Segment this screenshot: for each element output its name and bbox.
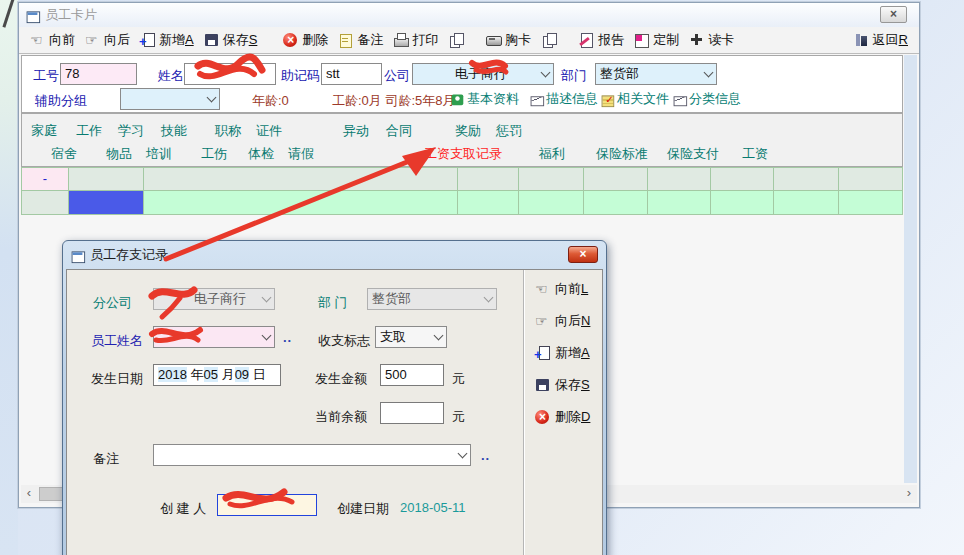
grid-cell[interactable] (69, 167, 144, 191)
vertical-scrollbar[interactable] (904, 55, 917, 483)
return-button[interactable]: 返回R (851, 30, 911, 50)
tab-credential[interactable]: 证件 (256, 122, 282, 140)
new-button[interactable]: 新增A (137, 30, 197, 50)
tab-insurance-pay[interactable]: 保险支付 (667, 145, 719, 163)
tab-skill[interactable]: 技能 (161, 122, 187, 140)
grid-cell[interactable] (458, 191, 519, 215)
dialog-save-button[interactable]: 保存S (535, 376, 590, 394)
flag-combo[interactable]: 支取 (375, 326, 447, 348)
basic-info-link[interactable]: 基本资料 (450, 90, 519, 108)
emp-name-lookup-button[interactable]: .. (283, 330, 292, 345)
description-info-link[interactable]: 描述信息 (529, 90, 598, 108)
report-button[interactable]: 报告 (576, 30, 627, 50)
classification-info-link[interactable]: 分类信息 (672, 90, 741, 108)
scroll-left-icon[interactable]: ‹ (21, 485, 37, 503)
mnemonic-field[interactable]: stt (321, 63, 382, 85)
related-files-link[interactable]: 相关文件 (600, 90, 669, 108)
tab-penalty[interactable]: 惩罚 (496, 122, 522, 140)
company-combo[interactable]: 电子商行 (412, 63, 554, 85)
grid-cell[interactable] (144, 191, 458, 215)
tab-checkup[interactable]: 体检 (248, 145, 274, 163)
emp-name-combo[interactable] (153, 326, 275, 348)
grid-cell[interactable] (839, 191, 903, 215)
grid-cell-selected[interactable] (69, 191, 144, 215)
tab-training[interactable]: 培训 (146, 145, 172, 163)
grid-cell[interactable] (458, 167, 519, 191)
amount-label: 发生金额 (315, 370, 367, 388)
grid-cell[interactable] (774, 191, 839, 215)
tab-welfare[interactable]: 福利 (539, 145, 565, 163)
chevron-down-icon[interactable] (700, 64, 716, 84)
balance-field[interactable] (380, 402, 444, 424)
date-field[interactable]: 2018 年05 月09 日 (153, 364, 281, 386)
tab-salary[interactable]: 工资 (742, 145, 768, 163)
chevron-down-icon[interactable] (454, 445, 470, 465)
aux-group-combo[interactable] (120, 88, 220, 110)
dialog-forward-button[interactable]: 向前L (535, 280, 588, 298)
balance-unit: 元 (452, 408, 465, 426)
chevron-down-icon[interactable] (203, 89, 219, 109)
tab-leave[interactable]: 请假 (288, 145, 314, 163)
grid-cell[interactable] (21, 191, 69, 215)
read-card-button[interactable]: 读卡 (686, 30, 737, 50)
emp-name-label: 员工姓名 (91, 332, 143, 350)
scroll-right-icon[interactable]: › (901, 485, 917, 503)
save-button[interactable]: 保存S (201, 30, 261, 50)
hand-right-icon (85, 32, 101, 48)
dialog-backward-button[interactable]: 向后N (535, 312, 590, 330)
chevron-down-icon[interactable] (430, 327, 446, 347)
grid-cell[interactable] (711, 167, 774, 191)
chevron-down-icon[interactable] (537, 64, 553, 84)
tab-reward[interactable]: 奖励 (455, 122, 481, 140)
badge-button[interactable]: 胸卡 (483, 30, 534, 50)
tab-work[interactable]: 工作 (76, 122, 102, 140)
grid-cell[interactable] (144, 167, 458, 191)
grid-cell[interactable]: - (21, 167, 69, 191)
tab-insurance-standard[interactable]: 保险标准 (596, 145, 648, 163)
tab-transfer[interactable]: 异动 (343, 122, 369, 140)
tenure-text: 工龄:0月 司龄:5年8月 (332, 92, 456, 110)
dialog-delete-button[interactable]: 删除D (535, 408, 590, 426)
close-button[interactable]: × (880, 6, 907, 23)
tab-injury[interactable]: 工伤 (201, 145, 227, 163)
print-button[interactable]: 打印 (390, 30, 441, 50)
panel-divider (523, 270, 524, 555)
emp-no-field[interactable]: 78 (60, 63, 137, 85)
dialog-new-button[interactable]: 新增A (535, 344, 590, 362)
grid-cell[interactable] (648, 167, 711, 191)
grid-cell[interactable] (648, 191, 711, 215)
grid-cell[interactable] (774, 167, 839, 191)
return-icon (854, 32, 870, 48)
tab-title[interactable]: 职称 (215, 122, 241, 140)
grid-cell[interactable] (519, 167, 584, 191)
chevron-down-icon[interactable] (258, 327, 274, 347)
grid-cell[interactable] (519, 191, 584, 215)
note-lookup-button[interactable]: .. (481, 448, 490, 463)
remark-button[interactable]: 备注 (335, 30, 386, 50)
print-preview-button[interactable] (445, 31, 467, 49)
grid-cell[interactable] (584, 167, 648, 191)
floppy-icon (535, 377, 551, 393)
grid-cell[interactable] (584, 191, 648, 215)
backward-button[interactable]: 向后 (82, 30, 133, 50)
badge-preview-button[interactable] (538, 31, 560, 49)
name-field[interactable] (184, 63, 276, 85)
grid-cell[interactable] (839, 167, 903, 191)
age-text: 年龄:0 (252, 92, 289, 110)
dept-combo[interactable]: 整货部 (595, 63, 717, 85)
amount-field[interactable]: 500 (380, 364, 444, 386)
tab-items[interactable]: 物品 (106, 145, 132, 163)
delete-button[interactable]: 删除 (280, 30, 331, 50)
tab-study[interactable]: 学习 (118, 122, 144, 140)
plus-icon (689, 32, 705, 48)
grid-cell[interactable] (711, 191, 774, 215)
forward-button[interactable]: 向前 (27, 30, 78, 50)
customize-button[interactable]: 定制 (631, 30, 682, 50)
dialog-close-button[interactable]: × (568, 246, 598, 263)
tab-family[interactable]: 家庭 (31, 122, 57, 140)
tab-salary-withdraw-record[interactable]: 工资支取记录 (424, 145, 502, 163)
tab-contract[interactable]: 合同 (386, 122, 412, 140)
note-combo[interactable] (153, 444, 471, 466)
name-label: 姓名 (158, 67, 184, 85)
tab-dorm[interactable]: 宿舍 (51, 145, 77, 163)
